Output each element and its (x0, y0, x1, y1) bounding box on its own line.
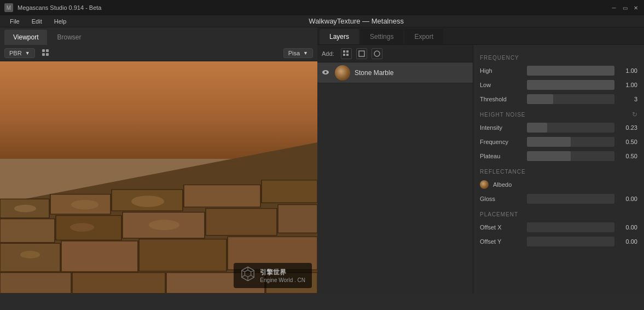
add-grid-button[interactable] (341, 48, 352, 59)
svg-point-28 (20, 251, 40, 259)
add-label: Add: (322, 50, 334, 57)
svg-point-24 (71, 200, 98, 209)
offset-y-bar[interactable] (527, 237, 614, 246)
high-bar-fill (527, 66, 614, 76)
menu-file[interactable]: File (4, 15, 25, 27)
threshold-bar[interactable] (527, 94, 614, 104)
intensity-label: Intensity (480, 124, 524, 131)
svg-rect-0 (42, 49, 45, 52)
menu-edit[interactable]: Edit (26, 15, 48, 27)
pisa-dropdown[interactable]: Pisa ▼ (283, 48, 313, 58)
offset-y-value: 0.00 (618, 238, 637, 245)
frequency-label: Frequency (480, 139, 524, 145)
svg-rect-37 (343, 50, 345, 53)
menu-help[interactable]: Help (49, 15, 72, 27)
frequency-bar-fill (527, 137, 571, 147)
svg-point-25 (131, 196, 164, 208)
layers-toolbar: Add: (317, 45, 473, 62)
list-item[interactable]: Stone Marble (317, 62, 473, 83)
svg-rect-22 (266, 273, 317, 294)
layer-thumbnail (335, 65, 350, 81)
height-noise-section: HEIGHT NOISE ↻ (473, 106, 644, 120)
gloss-value: 0.00 (618, 196, 637, 202)
plateau-value: 0.50 (618, 153, 637, 159)
prop-row-threshold: Threshold 3 (473, 92, 644, 106)
low-bar[interactable] (527, 80, 614, 90)
tab-viewport[interactable]: Viewport (4, 30, 47, 45)
placement-section-label: PLACEMENT (473, 206, 644, 220)
chevron-down-icon: ▼ (25, 50, 30, 56)
svg-rect-14 (278, 205, 317, 233)
grid-view-button[interactable] (39, 47, 53, 60)
minimize-button[interactable]: ─ (610, 4, 618, 12)
chevron-down-icon: ▼ (303, 50, 308, 56)
window-title: WalkwayTexture — Metalness (73, 17, 640, 25)
svg-rect-9 (262, 180, 317, 203)
intensity-bar-fill (527, 123, 547, 133)
viewport-toolbar: PBR ▼ Pisa ▼ (0, 45, 317, 61)
prop-row-offset-y: Offset Y 0.00 (473, 234, 644, 249)
intensity-bar[interactable] (527, 123, 614, 133)
prop-row-frequency: Frequency 0.50 (473, 135, 644, 149)
app-icon: M (4, 3, 13, 12)
tab-settings[interactable]: Settings (360, 29, 403, 44)
svg-rect-17 (139, 239, 227, 272)
plateau-bar[interactable] (527, 151, 614, 161)
svg-rect-19 (0, 273, 71, 294)
gloss-bar[interactable] (527, 194, 614, 204)
right-tabs: Layers Settings Export (317, 27, 644, 45)
right-panel: Layers Settings Export Add: (317, 27, 644, 294)
prop-row-high: High 1.00 (473, 64, 644, 78)
albedo-label: Albedo (493, 181, 512, 188)
high-label: High (480, 67, 524, 74)
title-bar: M Megascans Studio 0.914 - Beta ─ ▭ ✕ (0, 0, 644, 15)
refresh-button[interactable]: ↻ (632, 111, 637, 118)
threshold-label: Threshold (480, 96, 524, 102)
plateau-bar-fill (527, 151, 571, 161)
reflectance-section-label: REFLECTANCE (473, 163, 644, 177)
offset-y-label: Offset Y (480, 238, 524, 245)
svg-rect-39 (343, 54, 345, 56)
svg-point-23 (14, 205, 36, 213)
prop-row-low: Low 1.00 (473, 78, 644, 92)
svg-rect-13 (206, 209, 277, 236)
offset-x-label: Offset X (480, 224, 524, 231)
svg-rect-41 (359, 51, 364, 56)
frequency-value: 0.50 (618, 139, 637, 145)
threshold-bar-fill (527, 94, 553, 104)
tab-export[interactable]: Export (404, 29, 443, 44)
gloss-label: Gloss (480, 196, 524, 202)
window-controls: ─ ▭ ✕ (610, 4, 640, 12)
prop-row-gloss: Gloss 0.00 (473, 192, 644, 206)
svg-rect-10 (0, 219, 55, 243)
layer-visibility-icon[interactable] (322, 69, 330, 77)
viewport-canvas: 引擎世界 Engine World . CN (0, 61, 317, 294)
height-noise-label: HEIGHT NOISE (480, 112, 526, 118)
svg-point-27 (149, 220, 179, 231)
tab-browser[interactable]: Browser (48, 30, 90, 45)
close-button[interactable]: ✕ (632, 4, 640, 12)
frequency-bar[interactable] (527, 137, 614, 147)
svg-point-44 (324, 71, 327, 73)
svg-point-26 (70, 223, 94, 232)
offset-x-bar[interactable] (527, 222, 614, 232)
high-bar[interactable] (527, 66, 614, 76)
viewport-panel: Viewport Browser PBR ▼ Pisa ▼ (0, 27, 317, 294)
pbr-dropdown[interactable]: PBR ▼ (4, 48, 35, 58)
tab-layers[interactable]: Layers (320, 29, 359, 44)
add-square-button[interactable] (356, 48, 367, 59)
svg-rect-3 (46, 53, 49, 56)
intensity-value: 0.23 (618, 124, 637, 131)
plateau-label: Plateau (480, 153, 524, 159)
add-circle-button[interactable] (372, 48, 382, 59)
prop-row-plateau: Plateau 0.50 (473, 149, 644, 163)
albedo-row: Albedo (473, 177, 644, 192)
layers-settings-split: Add: (317, 45, 644, 294)
svg-rect-21 (166, 273, 265, 294)
svg-rect-18 (228, 237, 317, 270)
svg-rect-1 (46, 49, 49, 52)
svg-rect-16 (61, 241, 138, 272)
albedo-swatch[interactable] (480, 180, 489, 189)
properties-panel: FREQUENCY High 1.00 Low 1.00 (473, 45, 644, 294)
maximize-button[interactable]: ▭ (621, 4, 629, 12)
